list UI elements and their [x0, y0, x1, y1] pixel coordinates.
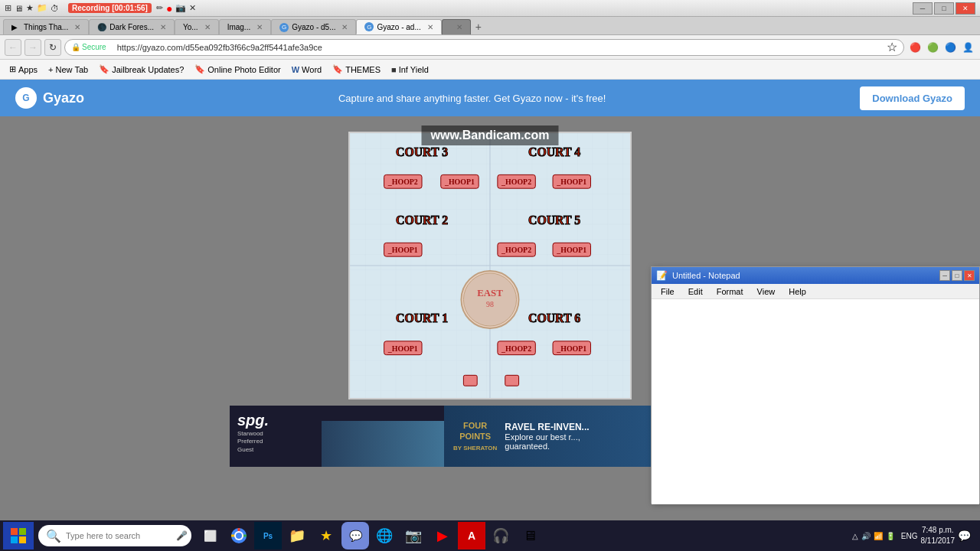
tab-favicon-gyazo2: G: [364, 22, 374, 31]
security-label: Secure: [82, 43, 106, 51]
ad-left: spg. StarwoodPreferredGuest: [230, 406, 444, 467]
notification-icon[interactable]: 💬: [958, 530, 971, 542]
bookmark-photo-editor[interactable]: 🔖 Online Photo Editor: [191, 63, 283, 76]
tab-close-things[interactable]: ✕: [74, 23, 80, 31]
taskbar-app-file-explorer[interactable]: 📁: [283, 522, 311, 549]
gyazo-logo-icon: G: [15, 87, 37, 109]
minimize-button[interactable]: ─: [913, 2, 933, 15]
search-icon: 🔍: [46, 529, 61, 543]
tray-icon4: 🔋: [886, 532, 895, 540]
tab-close-empty[interactable]: ✕: [456, 23, 462, 31]
notepad-help-menu[interactable]: Help: [782, 285, 812, 298]
svg-text:_HOOP1: _HOOP1: [387, 344, 418, 353]
taskbar-search-input[interactable]: [66, 531, 172, 540]
tab-images[interactable]: Imag... ✕: [219, 19, 272, 34]
new-tab-button[interactable]: +: [471, 19, 486, 34]
title-bar-close[interactable]: ✕: [189, 3, 196, 13]
tray-icon2: 🔊: [861, 532, 871, 540]
bookmark-word[interactable]: W Word: [289, 64, 325, 76]
court-svg: COURT 3 COURT 4 _HOOP2 _HOOP1 _HOOP2 _HO…: [350, 133, 630, 398]
svg-text:_HOOP1: _HOOP1: [444, 178, 475, 186]
taskbar-time[interactable]: 7:48 p.m. 8/11/2017: [921, 525, 956, 546]
start-button[interactable]: [3, 522, 34, 549]
tab-gyazo2[interactable]: G Gyazo - ad... ✕: [356, 19, 441, 34]
svg-text:_HOOP2: _HOOP2: [387, 178, 418, 186]
title-bar-icon-star: ★: [26, 3, 34, 13]
svg-text:COURT 4: COURT 4: [528, 145, 580, 158]
svg-text:COURT 6: COURT 6: [528, 311, 580, 324]
notepad-edit-menu[interactable]: Edit: [682, 285, 709, 298]
svg-text:_HOOP1: _HOOP1: [387, 246, 418, 254]
taskbar-app-camera[interactable]: 📷: [400, 522, 427, 549]
tab-close-dark[interactable]: ✕: [160, 23, 166, 31]
profile-btn[interactable]: 👤: [960, 40, 975, 55]
gyazo-download-button[interactable]: Download Gyazo: [860, 86, 965, 110]
forward-button[interactable]: →: [24, 39, 41, 56]
notepad-close-button[interactable]: ✕: [964, 270, 975, 281]
bookmark-new-tab[interactable]: + New Tab: [45, 64, 91, 76]
address-bar: ← → ↻ 🔒 Secure ☆ 🔴 🟢 🔵 👤: [0, 35, 980, 60]
tab-close-yo[interactable]: ✕: [204, 23, 211, 31]
taskbar-app-headphones[interactable]: 🎧: [487, 522, 514, 549]
extensions-btn[interactable]: 🔴: [907, 40, 923, 55]
notepad-file-menu[interactable]: File: [655, 285, 681, 298]
tab-close-gyazo2[interactable]: ✕: [427, 23, 433, 31]
address-input[interactable]: [113, 39, 884, 56]
bookmark-apps-label: Apps: [18, 65, 38, 74]
spg-logo: spg.: [237, 412, 269, 429]
tab-favicon-things: ▶: [11, 23, 21, 32]
notepad-content[interactable]: [652, 299, 979, 504]
bookmark-themes[interactable]: 🔖 THEMES: [329, 63, 384, 76]
bookmark-new-tab-label: New Tab: [56, 65, 89, 74]
notepad-maximize-button[interactable]: □: [952, 270, 962, 281]
taskbar-app-task-view[interactable]: ⬜: [196, 522, 224, 549]
taskbar-app-chrome[interactable]: [225, 522, 253, 549]
svg-text:_HOOP2: _HOOP2: [501, 344, 531, 353]
taskbar-app-youtube[interactable]: ▶: [429, 522, 456, 549]
svg-rect-38: [11, 536, 18, 543]
tab-gyazo1[interactable]: G Gyazo - d5... ✕: [271, 19, 356, 34]
tab-dark[interactable]: 🌑 Dark Fores... ✕: [89, 19, 175, 34]
notepad-menu-bar: File Edit Format View Help: [652, 284, 979, 299]
title-bar-pencil: ✏: [156, 3, 163, 13]
lang-indicator: ENG: [901, 532, 918, 540]
close-button[interactable]: ✕: [956, 2, 975, 15]
bookmark-jailbreak[interactable]: 🔖 Jailbreak Updates?: [96, 63, 187, 76]
title-bar-icon-stopwatch: ⏱: [51, 4, 59, 13]
tab-close-images[interactable]: ✕: [256, 23, 263, 31]
notepad-window: 📝 Untitled - Notepad ─ □ ✕ File Edit For…: [651, 266, 980, 504]
tab-close-gyazo1[interactable]: ✕: [341, 23, 348, 31]
bookmark-jailbreak-label: Jailbreak Updates?: [112, 65, 184, 74]
taskbar-app-monitor[interactable]: 🖥: [516, 522, 544, 549]
taskbar-app-a[interactable]: A: [458, 522, 485, 549]
refresh-button[interactable]: ↻: [44, 39, 61, 56]
notepad-format-menu[interactable]: Format: [710, 285, 750, 298]
taskbar-search[interactable]: 🔍 🎤: [38, 525, 191, 546]
notepad-view-menu[interactable]: View: [751, 285, 782, 298]
ext3-btn[interactable]: 🔵: [942, 40, 958, 55]
taskbar-app-chrome2[interactable]: 🌐: [371, 522, 398, 549]
ad-headline: RAVEL RE-INVEN...: [505, 422, 674, 432]
star-icon[interactable]: ☆: [887, 40, 897, 54]
svg-rect-37: [19, 528, 26, 535]
taskbar-app-bookmark[interactable]: ★: [312, 522, 340, 549]
taskbar-app-discord[interactable]: 💬: [341, 522, 369, 549]
back-button[interactable]: ←: [5, 39, 21, 56]
notepad-title-icon: 📝: [656, 270, 668, 281]
ext2-btn[interactable]: 🟢: [925, 40, 940, 55]
bookmark-inf-yield[interactable]: ■ Inf Yield: [388, 64, 432, 76]
tab-bar: ▶ Things Tha... ✕ 🌑 Dark Fores... ✕ Yo..…: [0, 17, 980, 35]
notepad-title-controls[interactable]: ─ □ ✕: [939, 270, 975, 281]
tab-yo[interactable]: Yo... ✕: [175, 19, 219, 34]
notepad-minimize-button[interactable]: ─: [939, 270, 950, 281]
bookmark-themes-label: THEMES: [345, 65, 381, 74]
maximize-button[interactable]: □: [934, 2, 954, 15]
gyazo-logo: G Gyazo: [15, 87, 84, 109]
title-bar-controls[interactable]: ─ □ ✕: [913, 2, 975, 15]
tab-things[interactable]: ▶ Things Tha... ✕: [3, 19, 89, 34]
game-image: COURT 3 COURT 4 _HOOP2 _HOOP1 _HOOP2 _HO…: [348, 132, 632, 399]
tab-label-gyazo2: Gyazo - ad...: [377, 23, 420, 31]
taskbar-app-photoshop[interactable]: Ps: [254, 522, 282, 549]
bookmark-apps[interactable]: ⊞ Apps: [6, 63, 41, 76]
tab-empty[interactable]: ✕: [442, 19, 471, 34]
